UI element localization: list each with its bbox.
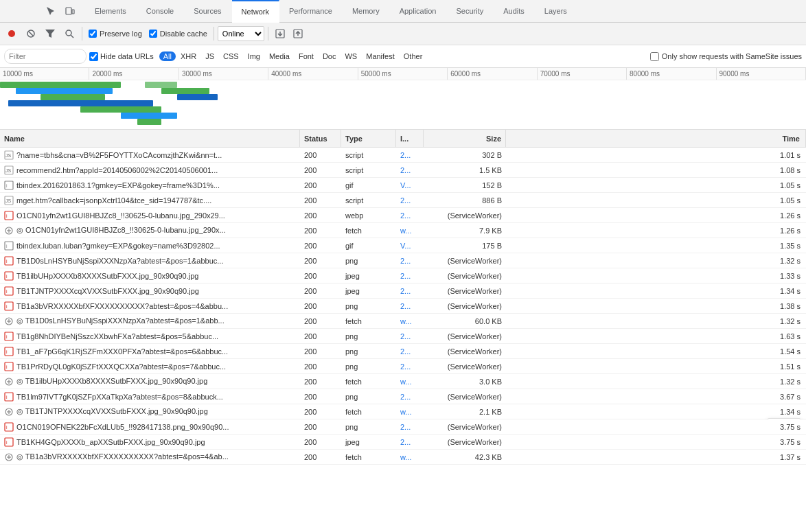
- cell-name: itbindex.2016201863.1?gmkey=EXP&gokey=fr…: [0, 178, 300, 193]
- table-row[interactable]: iTB1a3bVRXXXXXbfXFXXXXXXXXXX?abtest=&pos…: [0, 299, 806, 314]
- type-filter-media[interactable]: Media: [265, 51, 294, 61]
- cell-time: 1.32 s: [506, 314, 806, 329]
- type-filter-manifest[interactable]: Manifest: [362, 51, 399, 61]
- col-header-time[interactable]: Time: [506, 130, 806, 148]
- table-row[interactable]: ◎ TB1ilbUHpXXXXb8XXXXSutbFXXX.jpg_90x90q…: [0, 374, 806, 389]
- timeline-tick: 60000 ms: [448, 68, 537, 80]
- table-row[interactable]: iTB1PrRDyQL0gK0jSZFtXXXQCXXa?abtest=&pos…: [0, 359, 806, 374]
- file-name-text: TB1TJNTPXXXXcqXVXXSutbFXXX.jpg_90x90q90.…: [16, 287, 199, 295]
- cell-type: png: [341, 389, 396, 404]
- type-filter-xhr[interactable]: XHR: [176, 51, 200, 61]
- cell-type: fetch: [341, 223, 396, 238]
- col-header-size[interactable]: Size: [424, 130, 506, 148]
- type-filter-all[interactable]: All: [159, 51, 176, 61]
- tab-layers[interactable]: Layers: [535, 0, 577, 23]
- tab-sources[interactable]: Sources: [184, 0, 231, 23]
- table-row[interactable]: iTB1g8NhDIYBeNjSszcXXbwhFXa?abtest=&pos=…: [0, 329, 806, 344]
- timeline-tick: 90000 ms: [717, 68, 806, 80]
- table-row[interactable]: ◎ TB1a3bVRXXXXXbfXFXXXXXXXXXX?abtest=&po…: [0, 450, 806, 465]
- type-filter-other[interactable]: Other: [400, 51, 427, 61]
- disable-cache-label[interactable]: Disable cache: [146, 30, 210, 38]
- file-type-icon: [4, 452, 14, 462]
- table-row[interactable]: ◎ TB1TJNTPXXXXcqXVXXSutbFXXX.jpg_90x90q9…: [0, 404, 806, 419]
- file-type-icon: JS: [4, 150, 14, 160]
- timeline-ruler: 10000 ms20000 ms30000 ms40000 ms50000 ms…: [0, 68, 806, 80]
- type-filter-doc[interactable]: Doc: [319, 51, 341, 61]
- cell-type: script: [341, 148, 396, 163]
- table-row[interactable]: JS?name=tbhs&cna=vB%2F5FOYTTXoCAcomzjthZ…: [0, 148, 806, 163]
- throttle-select[interactable]: Online Fast 3G Slow 3G Offline: [218, 26, 264, 41]
- filter-bar: Hide data URLs AllXHRJSCSSImgMediaFontDo…: [0, 45, 806, 68]
- file-name-text: TB1lm97IVT7gK0jSZFpXXaTkpXa?abtest=&pos=…: [16, 393, 223, 401]
- cell-status: 200: [300, 163, 341, 178]
- col-header-initiator[interactable]: I...: [396, 130, 424, 148]
- cell-status: 200: [300, 223, 341, 238]
- filter-input[interactable]: [4, 49, 87, 64]
- type-filter-js[interactable]: JS: [201, 51, 218, 61]
- cell-type: png: [341, 299, 396, 314]
- cell-type: fetch: [341, 404, 396, 419]
- inspect-icon[interactable]: [41, 0, 60, 23]
- table-row[interactable]: ◎ O1CN01yfn2wt1GUI8HBJZc8_!!30625-0-luba…: [0, 223, 806, 238]
- col-header-type[interactable]: Type: [341, 130, 396, 148]
- disable-cache-checkbox[interactable]: [149, 30, 157, 38]
- col-header-status[interactable]: Status: [300, 130, 341, 148]
- file-name-text: O1CN019OFNEK22bFcXdLUb5_!!928417138.png_…: [16, 423, 229, 431]
- hide-data-urls-label[interactable]: Hide data URLs: [89, 52, 154, 61]
- preserve-log-label[interactable]: Preserve log: [86, 30, 145, 38]
- filter-toggle-button[interactable]: [41, 25, 59, 43]
- tab-audits[interactable]: Audits: [494, 0, 535, 23]
- tab-application[interactable]: Application: [390, 0, 447, 23]
- file-type-icon: [4, 407, 14, 417]
- cell-time: 3.67 s: [506, 389, 806, 404]
- cell-size: (ServiceWorker): [424, 344, 506, 359]
- export-har-button[interactable]: [290, 25, 306, 42]
- cell-size: (ServiceWorker): [424, 435, 506, 450]
- clear-button[interactable]: [22, 25, 40, 43]
- table-row[interactable]: iTB1_aF7pG6qK1RjSZFmXXX0PFXa?abtest=&pos…: [0, 344, 806, 359]
- search-button[interactable]: [60, 25, 78, 43]
- svg-line-7: [71, 35, 73, 38]
- hide-data-urls-checkbox[interactable]: [89, 52, 98, 61]
- svg-line-4: [29, 32, 33, 36]
- col-header-name[interactable]: Name: [0, 130, 300, 148]
- table-row[interactable]: iTB1lm97IVT7gK0jSZFpXXaTkpXa?abtest=&pos…: [0, 389, 806, 404]
- table-row[interactable]: iO1CN01yfn2wt1GUI8HBJZc8_!!30625-0-luban…: [0, 208, 806, 223]
- table-row[interactable]: iTB1ilbUHpXXXXb8XXXXSutbFXXX.jpg_90x90q9…: [0, 268, 806, 284]
- cell-time: 1.08 s: [506, 163, 806, 178]
- table-row[interactable]: iTB1D0sLnHSYBuNjSspiXXXNzpXa?abtest=&pos…: [0, 253, 806, 268]
- device-toggle-icon[interactable]: [60, 0, 80, 23]
- table-row[interactable]: itbindex.2016201863.1?gmkey=EXP&gokey=fr…: [0, 178, 806, 193]
- tab-security[interactable]: Security: [446, 0, 494, 23]
- type-filter-img[interactable]: Img: [244, 51, 264, 61]
- table-row[interactable]: JSmget.htm?callback=jsonpXctrl104&tce_si…: [0, 193, 806, 208]
- type-filter-css[interactable]: CSS: [219, 51, 243, 61]
- table-row[interactable]: iTB1KH4GQpXXXXb_apXXSutbFXXX.jpg_90x90q9…: [0, 435, 806, 450]
- cell-name: iTB1lm97IVT7gK0jSZFpXXaTkpXa?abtest=&pos…: [0, 389, 300, 404]
- cell-status: 200: [300, 268, 341, 284]
- tab-memory[interactable]: Memory: [343, 0, 390, 23]
- svg-rect-1: [72, 10, 74, 14]
- import-har-button[interactable]: [272, 25, 288, 42]
- cell-size: 7.9 KB: [424, 223, 506, 238]
- tab-performance[interactable]: Performance: [279, 0, 343, 23]
- table-row[interactable]: iO1CN019OFNEK22bFcXdLUb5_!!928417138.png…: [0, 419, 806, 435]
- preserve-log-checkbox[interactable]: [89, 30, 97, 38]
- cell-type: fetch: [341, 374, 396, 389]
- tab-console[interactable]: Console: [137, 0, 184, 23]
- type-filter-ws[interactable]: WS: [341, 51, 361, 61]
- table-row[interactable]: JSrecommend2.htm?appId=20140506002%2C201…: [0, 163, 806, 178]
- file-name-text: TB1KH4GQpXXXXb_apXXSutbFXXX.jpg_90x90q90…: [16, 438, 205, 446]
- type-filter-font[interactable]: Font: [295, 51, 318, 61]
- same-site-checkbox[interactable]: [650, 52, 659, 61]
- table-row[interactable]: ◎ TB1D0sLnHSYBuNjSspiXXXNzpXa?abtest=&po…: [0, 314, 806, 329]
- tab-elements[interactable]: Elements: [85, 0, 137, 23]
- same-site-filter-label[interactable]: Only show requests with SameSite issues: [650, 52, 802, 61]
- record-button[interactable]: [3, 25, 21, 43]
- cell-type: webp: [341, 208, 396, 223]
- tab-network[interactable]: Network: [232, 0, 279, 23]
- cell-status: 200: [300, 389, 341, 404]
- cell-status: 200: [300, 329, 341, 344]
- table-row[interactable]: itbindex.luban.luban?gmkey=EXP&gokey=nam…: [0, 238, 806, 253]
- table-row[interactable]: iTB1TJNTPXXXXcqXVXXSutbFXXX.jpg_90x90q90…: [0, 284, 806, 299]
